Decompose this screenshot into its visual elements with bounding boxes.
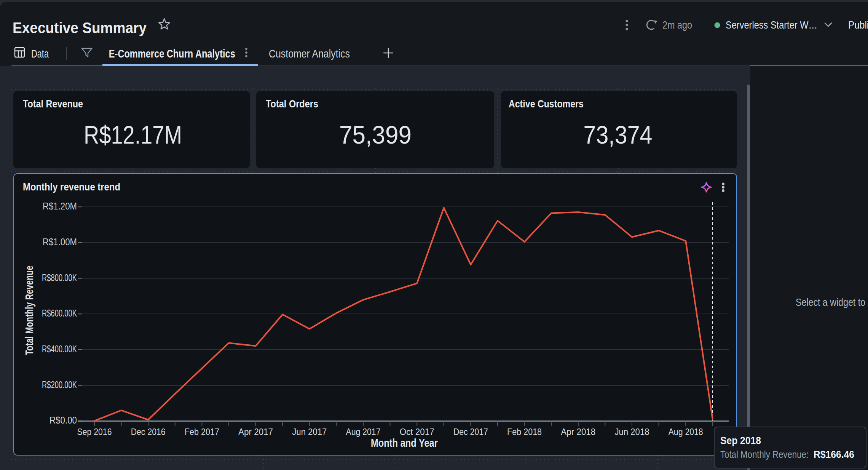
svg-text:R$600.00K: R$600.00K bbox=[42, 307, 77, 319]
svg-text:R$800.00K: R$800.00K bbox=[42, 272, 77, 283]
svg-text:Apr 2017: Apr 2017 bbox=[238, 427, 273, 437]
svg-text:Dec 2016: Dec 2016 bbox=[131, 427, 166, 437]
svg-text:Aug 2018: Aug 2018 bbox=[669, 427, 703, 437]
svg-text:Serverless Starter W…: Serverless Starter W… bbox=[726, 19, 817, 31]
svg-text:Total Revenue: Total Revenue bbox=[23, 98, 83, 110]
svg-text:Aug 2017: Aug 2017 bbox=[346, 427, 381, 437]
svg-text:73,374: 73,374 bbox=[584, 121, 653, 149]
svg-text:Total Orders: Total Orders bbox=[266, 98, 318, 110]
svg-text:Total Monthly Revenue: Total Monthly Revenue bbox=[23, 266, 35, 355]
svg-text:Jun 2018: Jun 2018 bbox=[615, 427, 649, 437]
svg-text:Active Customers: Active Customers bbox=[509, 98, 584, 110]
svg-text:Dec 2017: Dec 2017 bbox=[453, 427, 488, 437]
svg-text:Jun 2017: Jun 2017 bbox=[292, 427, 327, 437]
svg-text:R$200.00K: R$200.00K bbox=[42, 379, 77, 390]
svg-text:R$1.20M: R$1.20M bbox=[43, 200, 77, 212]
svg-text:Executive Summary: Executive Summary bbox=[13, 19, 147, 37]
svg-text:Customer Analytics: Customer Analytics bbox=[269, 48, 350, 60]
svg-text:Data: Data bbox=[31, 48, 49, 60]
svg-text:Feb 2017: Feb 2017 bbox=[185, 427, 219, 437]
svg-text:E-Commerce Churn Analytics: E-Commerce Churn Analytics bbox=[109, 48, 235, 60]
svg-text:Total Monthly Revenue:: Total Monthly Revenue: bbox=[720, 449, 809, 460]
svg-text:2m ago: 2m ago bbox=[662, 19, 692, 31]
svg-text:Publish: Publish bbox=[848, 19, 868, 31]
svg-text:Apr 2018: Apr 2018 bbox=[561, 427, 595, 437]
svg-text:Sep 2016: Sep 2016 bbox=[77, 427, 112, 437]
svg-text:R$1.00M: R$1.00M bbox=[43, 236, 77, 248]
svg-text:Select a widget to: Select a widget to bbox=[796, 296, 865, 308]
svg-text:Sep 2018: Sep 2018 bbox=[720, 435, 761, 446]
svg-text:R$0.00: R$0.00 bbox=[49, 414, 77, 426]
svg-text:R$400.00K: R$400.00K bbox=[42, 343, 77, 355]
svg-text:Month and Year: Month and Year bbox=[371, 437, 438, 449]
svg-text:R$12.17M: R$12.17M bbox=[84, 121, 182, 149]
svg-text:Oct 2017: Oct 2017 bbox=[400, 427, 434, 437]
svg-text:Feb 2018: Feb 2018 bbox=[507, 427, 542, 437]
svg-text:Monthly revenue trend: Monthly revenue trend bbox=[23, 181, 120, 193]
svg-text:R$166.46: R$166.46 bbox=[814, 449, 854, 460]
svg-text:75,399: 75,399 bbox=[339, 121, 412, 149]
